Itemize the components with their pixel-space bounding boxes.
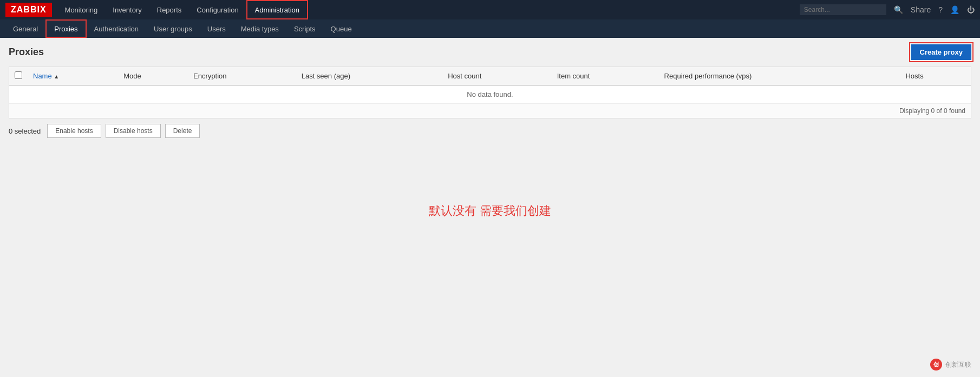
share-button[interactable]: Share	[911, 5, 931, 14]
col-name[interactable]: Name	[28, 67, 118, 85]
nav-inventory[interactable]: Inventory	[105, 0, 149, 19]
top-nav-right: 🔍 Share ? 👤 ⏻	[800, 4, 975, 15]
search-icon[interactable]: 🔍	[894, 5, 903, 14]
nav-administration[interactable]: Administration	[246, 0, 308, 19]
watermark-text: 创新互联	[945, 360, 971, 363]
subnav-authentication[interactable]: Authentication	[87, 19, 146, 38]
displaying-count: Displaying 0 of 0 found	[899, 107, 965, 115]
subnav-scripts[interactable]: Scripts	[286, 19, 323, 38]
sub-navigation: General Proxies Authentication User grou…	[0, 19, 980, 38]
col-mode: Mode	[118, 67, 188, 85]
col-item-count: Item count	[552, 67, 659, 85]
annotation-text: 默认没有 需要我们创建	[9, 203, 971, 219]
subnav-media-types[interactable]: Media types	[233, 19, 286, 38]
nav-reports[interactable]: Reports	[149, 0, 190, 19]
subnav-users[interactable]: Users	[200, 19, 233, 38]
subnav-proxies[interactable]: Proxies	[45, 19, 86, 38]
nav-monitoring[interactable]: Monitoring	[57, 0, 106, 19]
bottom-actions: 0 selected Enable hosts Disable hosts De…	[9, 124, 971, 138]
table-header-row: Name Mode Encryption Last seen (age) Hos…	[9, 67, 971, 85]
table-footer: Displaying 0 of 0 found	[9, 103, 971, 118]
enable-hosts-button[interactable]: Enable hosts	[47, 124, 101, 138]
create-proxy-button[interactable]: Create proxy	[911, 44, 971, 60]
search-input[interactable]	[800, 4, 886, 15]
watermark-icon: 创	[930, 359, 942, 362]
subnav-queue[interactable]: Queue	[323, 19, 360, 38]
subnav-user-groups[interactable]: User groups	[146, 19, 200, 38]
page-header: Proxies Create proxy	[9, 44, 971, 60]
col-last-seen: Last seen (age)	[296, 67, 443, 85]
col-required-performance: Required performance (vps)	[659, 67, 900, 85]
proxies-table: Name Mode Encryption Last seen (age) Hos…	[9, 67, 971, 103]
disable-hosts-button[interactable]: Disable hosts	[106, 124, 161, 138]
logo[interactable]: ZABBIX	[5, 3, 52, 17]
no-data-message: No data found.	[9, 85, 971, 103]
col-hosts: Hosts	[900, 67, 971, 85]
col-name-link[interactable]: Name	[33, 72, 52, 80]
user-icon[interactable]: 👤	[950, 5, 959, 14]
col-host-count: Host count	[442, 67, 551, 85]
top-navigation: ZABBIX Monitoring Inventory Reports Conf…	[0, 0, 980, 19]
selected-count: 0 selected	[9, 127, 41, 135]
watermark: 创 创新互联	[930, 359, 971, 362]
proxies-table-container: Name Mode Encryption Last seen (age) Hos…	[9, 67, 971, 118]
nav-configuration[interactable]: Configuration	[189, 0, 246, 19]
help-icon[interactable]: ?	[938, 5, 943, 14]
select-all-checkbox[interactable]	[15, 71, 22, 79]
delete-button[interactable]: Delete	[165, 124, 200, 138]
page-content: Proxies Create proxy Name Mode Encryptio…	[0, 38, 980, 362]
col-encryption: Encryption	[188, 67, 296, 85]
page-title: Proxies	[9, 47, 44, 58]
subnav-general[interactable]: General	[5, 19, 45, 38]
power-icon[interactable]: ⏻	[967, 5, 975, 14]
select-all-header[interactable]	[9, 67, 28, 85]
no-data-row: No data found.	[9, 85, 971, 103]
